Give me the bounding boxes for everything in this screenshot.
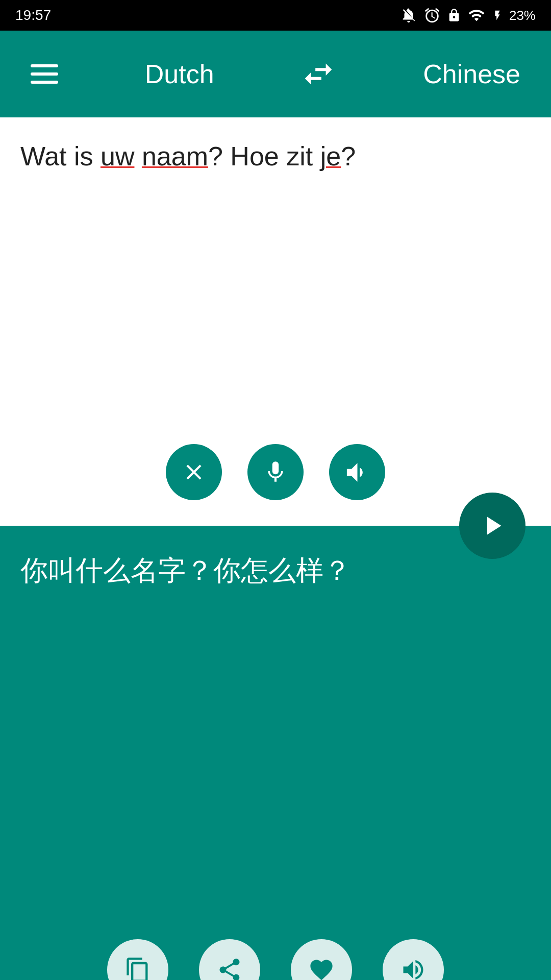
status-bar: 19:57 23%	[0, 0, 551, 31]
battery-text: 23%	[509, 8, 536, 23]
notification-icon	[400, 7, 417, 24]
status-icons: 23%	[400, 7, 536, 24]
alarm-icon	[423, 7, 441, 24]
translation-text: 你叫什么名字？你怎么样？	[20, 551, 531, 590]
signal-icon	[467, 7, 486, 24]
status-time: 19:57	[15, 7, 51, 23]
source-language-label[interactable]: Dutch	[145, 59, 214, 89]
input-text[interactable]: Wat is uw naam? Hoe zit je?	[20, 138, 531, 175]
underline-word-uw: uw	[101, 141, 134, 171]
lock-icon	[447, 7, 461, 24]
underline-word-naam: naam	[142, 141, 208, 171]
favorite-button[interactable]	[291, 939, 352, 980]
underline-word-je: je	[320, 141, 341, 171]
volume-output-button[interactable]	[383, 939, 444, 980]
top-bar: Dutch Chinese	[0, 31, 551, 117]
copy-button[interactable]	[107, 939, 168, 980]
input-panel: Wat is uw naam? Hoe zit je?	[0, 117, 551, 526]
translation-panel: 你叫什么名字？你怎么样？	[0, 526, 551, 980]
charging-icon	[492, 7, 503, 24]
target-language-label[interactable]: Chinese	[423, 59, 520, 89]
input-action-buttons	[166, 444, 385, 500]
swap-languages-button[interactable]	[300, 56, 336, 92]
translation-action-buttons	[107, 939, 444, 980]
share-button[interactable]	[199, 939, 260, 980]
speak-input-button[interactable]	[329, 444, 385, 500]
microphone-button[interactable]	[247, 444, 304, 500]
send-button[interactable]	[459, 493, 525, 559]
hamburger-menu[interactable]	[31, 64, 58, 84]
clear-button[interactable]	[166, 444, 222, 500]
